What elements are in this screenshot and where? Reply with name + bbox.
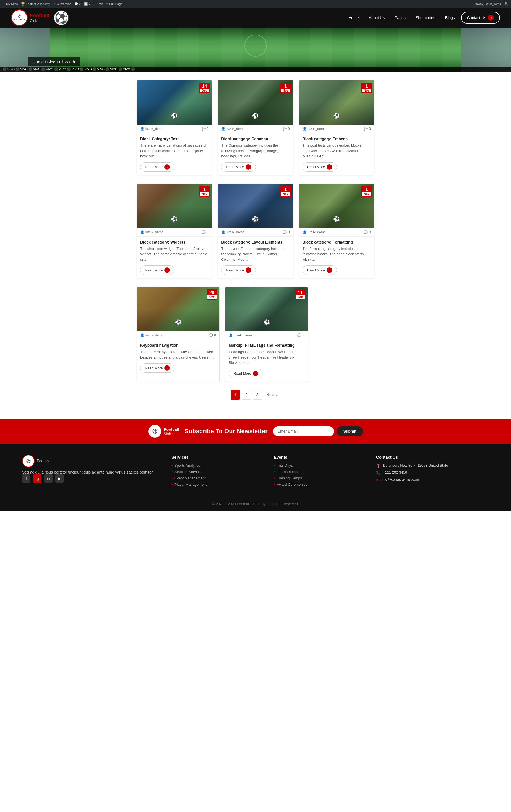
admin-comments[interactable]: 💬 2 xyxy=(75,2,81,6)
date-day-4: 1 xyxy=(203,187,206,192)
card-author-7: 👤 luzuk_demo xyxy=(140,334,164,337)
footer-contact: Contact Us 📍 Delanson, New York, 12053 U… xyxy=(376,455,489,489)
admin-customize[interactable]: ✏ Customize xyxy=(53,2,71,6)
page-2[interactable]: 2 xyxy=(242,390,251,400)
author-name-4: luzuk_demo xyxy=(145,230,164,234)
newsletter-submit-button[interactable]: Submit xyxy=(337,426,363,436)
logo-brand: Football xyxy=(30,13,49,19)
date-month-4: Nov xyxy=(200,192,209,196)
page-content: 14 Dec 👤 luzuk_demo 💬 0 Block Category: … xyxy=(131,72,380,419)
social-facebook-icon[interactable]: f xyxy=(22,474,30,483)
page-next[interactable]: Next » xyxy=(264,391,280,399)
author-name-1: luzuk_demo xyxy=(145,127,164,131)
card-image-5: 1 Nov xyxy=(218,184,293,228)
contact-button[interactable]: Contact Us → xyxy=(461,12,500,24)
author-name-2: luzuk_demo xyxy=(226,127,245,131)
date-month-7: Oct xyxy=(207,295,217,299)
card-meta-2: 👤 luzuk_demo 💬 0 xyxy=(218,125,293,133)
card-excerpt-6: The formatting category includes the fol… xyxy=(303,246,371,262)
card-image-6: 1 Nov xyxy=(299,184,374,228)
date-day-5: 1 xyxy=(284,187,287,192)
blog-card-1: 14 Dec 👤 luzuk_demo 💬 0 Block Category: … xyxy=(137,80,212,175)
author-icon-8: 👤 xyxy=(229,334,233,337)
card-meta-7: 👤 luzuk_demo 💬 0 xyxy=(137,331,219,340)
date-month-8: Jan xyxy=(295,295,305,299)
nav-about[interactable]: About Us xyxy=(365,13,389,22)
admin-new[interactable]: + New xyxy=(94,2,103,5)
admin-user: Howdy, luzuk_demo xyxy=(474,2,501,5)
comments-count-7: 0 xyxy=(214,334,216,337)
event-link-4[interactable]: Award Ceremonies xyxy=(277,483,307,487)
nav-blogs[interactable]: Blogs xyxy=(441,13,459,22)
author-icon-2: 👤 xyxy=(221,127,225,131)
footer-event-3: Training Camps xyxy=(274,476,368,480)
read-more-btn-8[interactable]: Read More → xyxy=(229,369,263,378)
admin-my-sites[interactable]: ⊞ My Sites xyxy=(3,2,18,6)
service-link-1[interactable]: Sports Analytics xyxy=(174,463,200,467)
card-comments-1: 💬 0 xyxy=(202,127,209,131)
read-more-label-3: Read More xyxy=(307,165,325,169)
read-more-btn-2[interactable]: Read More → xyxy=(221,162,256,172)
read-more-btn-4[interactable]: Read More → xyxy=(140,265,174,275)
logo-icon: ⚽FOOTBALL xyxy=(11,9,28,26)
service-link-3[interactable]: Event Management xyxy=(174,476,206,480)
date-badge-5: 1 Nov xyxy=(280,186,291,197)
read-more-btn-3[interactable]: Read More → xyxy=(303,162,337,172)
newsletter-brand: Football xyxy=(164,427,179,432)
read-more-btn-7[interactable]: Read More → xyxy=(140,363,174,373)
read-more-arrow-3: → xyxy=(327,164,332,170)
admin-search-icon[interactable]: 🔍 xyxy=(504,2,508,6)
footer-brand-desc: Sed ac dui a risus porttitor tincidunt q… xyxy=(22,470,163,474)
event-link-2[interactable]: Tournaments xyxy=(277,470,297,474)
footer-service-2: Stadium Services xyxy=(171,470,265,474)
admin-academy[interactable]: 🏆 Football Academy xyxy=(21,2,50,6)
read-more-label-5: Read More xyxy=(226,268,244,272)
read-more-arrow-5: → xyxy=(246,267,251,273)
read-more-btn-5[interactable]: Read More → xyxy=(221,265,256,275)
date-month-1: Dec xyxy=(200,89,209,92)
author-icon-3: 👤 xyxy=(303,127,307,131)
comments-icon-7: 💬 xyxy=(209,334,213,337)
footer-grid: ⚽ Football Sed ac dui a risus porttitor … xyxy=(22,455,489,489)
nav-shortcodes[interactable]: Shortcodes xyxy=(412,13,439,22)
comments-count-2: 0 xyxy=(288,127,290,131)
read-more-arrow-8: → xyxy=(253,371,258,376)
card-title-7: Keyboard navigation xyxy=(140,343,216,348)
read-more-label-7: Read More xyxy=(145,366,163,370)
comments-count-3: 0 xyxy=(369,127,371,131)
social-instagram-icon[interactable]: ig xyxy=(33,474,41,483)
author-icon-7: 👤 xyxy=(140,334,144,337)
page-3[interactable]: 3 xyxy=(253,390,262,400)
read-more-btn-1[interactable]: Read More → xyxy=(140,162,174,172)
email-text: info@contactemail.com xyxy=(381,477,419,481)
social-youtube-icon[interactable]: ▶ xyxy=(55,474,64,483)
footer-event-4: Award Ceremonies xyxy=(274,483,368,487)
footer-events-list: Trial Days Tournaments Training Camps Aw… xyxy=(274,463,368,487)
read-more-arrow-2: → xyxy=(246,164,251,170)
page-1[interactable]: 1 xyxy=(231,390,240,400)
nav-home[interactable]: Home xyxy=(344,13,363,22)
card-body-6: Block category: Formatting The formattin… xyxy=(299,237,374,279)
card-meta-5: 👤 luzuk_demo 💬 0 xyxy=(218,228,293,237)
comments-icon-1: 💬 xyxy=(202,127,206,131)
footer-address: 📍 Delanson, New York, 12053 United State xyxy=(376,463,489,468)
admin-edit-page[interactable]: ✏ Edit Page xyxy=(106,2,122,6)
nav-pages[interactable]: Pages xyxy=(391,13,409,22)
card-author-4: 👤 luzuk_demo xyxy=(140,230,164,234)
card-meta-4: 👤 luzuk_demo 💬 0 xyxy=(137,228,212,237)
comments-icon-6: 💬 xyxy=(364,230,368,234)
contact-label: Contact Us xyxy=(467,16,486,20)
newsletter-logo: ⚽ Football Club xyxy=(148,425,179,438)
event-link-3[interactable]: Training Camps xyxy=(277,476,302,480)
email-icon: ✉ xyxy=(376,477,379,482)
service-link-2[interactable]: Stadium Services xyxy=(174,470,202,474)
newsletter-email-input[interactable] xyxy=(273,426,334,436)
read-more-btn-6[interactable]: Read More → xyxy=(303,265,337,275)
event-link-1[interactable]: Trial Days xyxy=(277,463,293,467)
admin-updates[interactable]: 🔄 7 xyxy=(84,2,90,6)
date-day-3: 1 xyxy=(366,84,368,88)
service-link-4[interactable]: Player Management xyxy=(174,483,206,487)
card-comments-3: 💬 0 xyxy=(364,127,371,131)
social-linkedin-icon[interactable]: in xyxy=(44,474,53,483)
blog-card-6: 1 Nov 👤 luzuk_demo 💬 0 Block category: F… xyxy=(299,183,374,279)
